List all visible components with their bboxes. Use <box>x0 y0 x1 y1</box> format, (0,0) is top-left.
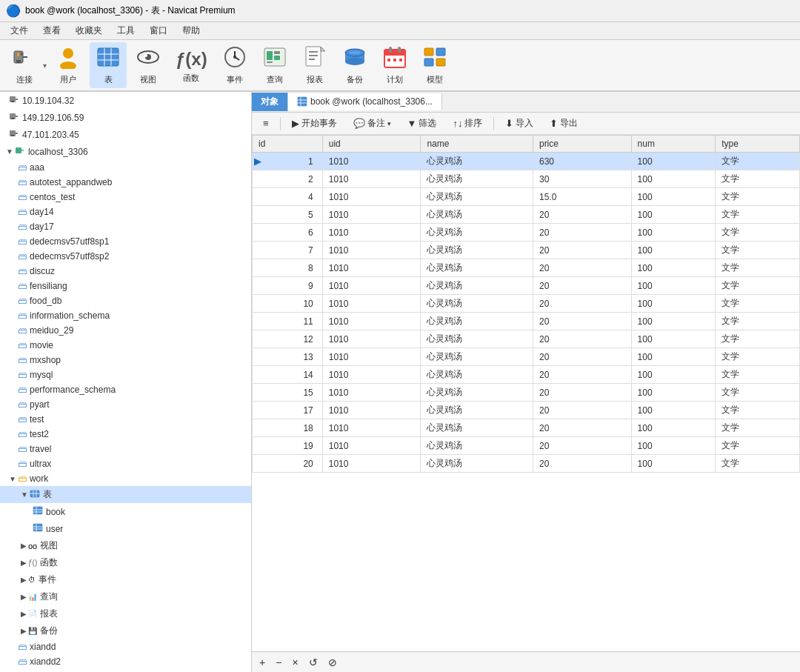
user-button[interactable]: 用户 <box>50 42 87 88</box>
sidebar-item-ultrax[interactable]: 🗃 ultrax <box>0 456 251 471</box>
sidebar-item-tables[interactable]: ▼ 表 <box>0 486 251 503</box>
sidebar-item-ip1[interactable]: 10.19.104.32 <box>0 92 251 109</box>
sidebar-item-centos[interactable]: 🗃 centos_test <box>0 190 251 204</box>
table-row[interactable]: 171010心灵鸡汤20100文学 <box>253 402 800 419</box>
svg-rect-61 <box>33 507 42 514</box>
table-row[interactable]: 81010心灵鸡汤20100文学 <box>253 259 800 277</box>
cell-name: 心灵鸡汤 <box>421 455 533 473</box>
sidebar-item-day17[interactable]: 🗃 day17 <box>0 219 251 234</box>
sidebar-item-user[interactable]: user <box>0 520 251 537</box>
sidebar-item-test2[interactable]: 🗃 test2 <box>0 427 251 442</box>
table-row[interactable]: 21010心灵鸡汤30100文学 <box>253 170 800 188</box>
table-row[interactable]: 191010心灵鸡汤20100文学 <box>253 437 800 455</box>
begin-transaction-button[interactable]: ▶ 开始事务 <box>285 115 344 132</box>
sidebar-item-ip2[interactable]: 149.129.106.59 <box>0 109 251 126</box>
db-icon-pyart: 🗃 <box>18 399 27 410</box>
sidebar-item-ip3[interactable]: 47.101.203.45 <box>0 126 251 143</box>
col-header-name[interactable]: name <box>421 136 533 153</box>
table-row[interactable]: 151010心灵鸡汤20100文学 <box>253 384 800 402</box>
sidebar-item-performance[interactable]: 🗃 performance_schema <box>0 382 251 397</box>
table-row[interactable]: 91010心灵鸡汤20100文学 <box>253 277 800 295</box>
add-row-button[interactable]: + <box>256 655 268 670</box>
cancel-button[interactable]: ⊘ <box>325 655 340 670</box>
table-row[interactable]: 181010心灵鸡汤20100文学 <box>253 419 800 437</box>
table-row[interactable]: 201010心灵鸡汤20100文学 <box>253 455 800 473</box>
sidebar-item-views[interactable]: ▶ oo 视图 <box>0 537 251 554</box>
view-button[interactable]: 视图 <box>130 42 167 88</box>
cell-name: 心灵鸡汤 <box>421 224 533 242</box>
sidebar-item-aaa[interactable]: 🗃 aaa <box>0 160 251 175</box>
sort-button[interactable]: ↑↓ 排序 <box>446 115 489 132</box>
sidebar-item-travel[interactable]: 🗃 travel <box>0 442 251 456</box>
table-row[interactable]: 51010心灵鸡汤20100文学 <box>253 206 800 224</box>
sidebar-item-reports[interactable]: ▶ 📄 报表 <box>0 605 251 622</box>
table-row[interactable]: 61010心灵鸡汤20100文学 <box>253 224 800 242</box>
col-header-id[interactable]: id <box>253 136 323 153</box>
remove-row-button[interactable]: − <box>273 655 284 670</box>
import-button[interactable]: ⬇ 导入 <box>499 115 540 132</box>
menu-help[interactable]: 帮助 <box>175 23 207 39</box>
table-row[interactable]: 71010心灵鸡汤20100文学 <box>253 242 800 259</box>
table-row[interactable]: ▶11010心灵鸡汤630100文学 <box>253 153 800 170</box>
export-button[interactable]: ⬆ 导出 <box>543 115 584 132</box>
table-row[interactable]: 41010心灵鸡汤15.0100文学 <box>253 188 800 206</box>
schedule-button[interactable]: 计划 <box>376 42 413 88</box>
sidebar-item-food[interactable]: 🗃 food_db <box>0 293 251 308</box>
query-button[interactable]: 查询 <box>256 42 293 88</box>
menu-favorites[interactable]: 收藏夹 <box>68 23 110 39</box>
menu-file[interactable]: 文件 <box>3 23 36 39</box>
sidebar-label-discuz: discuz <box>30 266 55 276</box>
sidebar-item-movie[interactable]: 🗃 movie <box>0 338 251 353</box>
sidebar-item-functions[interactable]: ▶ ƒ() 函数 <box>0 554 251 571</box>
table-button[interactable]: 表 <box>90 42 127 88</box>
copy-row-button[interactable]: × <box>289 655 301 670</box>
col-header-type[interactable]: type <box>716 136 800 153</box>
menu-tools[interactable]: 工具 <box>110 23 142 39</box>
sidebar-item-day14[interactable]: 🗃 day14 <box>0 204 251 219</box>
col-header-uid[interactable]: uid <box>322 136 421 153</box>
sidebar-item-meiduo[interactable]: 🗃 meiduo_29 <box>0 323 251 338</box>
sidebar-item-fensiliang[interactable]: 🗃 fensiliang <box>0 279 251 293</box>
table-row[interactable]: 131010心灵鸡汤20100文学 <box>253 348 800 366</box>
sidebar-item-backups[interactable]: ▶ 💾 备份 <box>0 622 251 639</box>
table-row[interactable]: 101010心灵鸡汤20100文学 <box>253 295 800 313</box>
menu-view[interactable]: 查看 <box>36 23 68 39</box>
connect-button[interactable]: 连接 <box>6 42 43 88</box>
backup-button[interactable]: 备份 <box>336 42 373 88</box>
tab-table[interactable]: book @work (localhost_3306... <box>288 93 442 110</box>
refresh-button[interactable]: ↺ <box>306 655 321 670</box>
sidebar-item-localhost[interactable]: ▼ localhost_3306 <box>0 143 251 160</box>
sidebar-item-mxshop[interactable]: 🗃 mxshop <box>0 353 251 367</box>
col-header-price[interactable]: price <box>533 136 631 153</box>
model-button[interactable]: 模型 <box>416 42 453 88</box>
sidebar-item-test[interactable]: 🗃 test <box>0 412 251 427</box>
menu-window[interactable]: 窗口 <box>142 23 175 39</box>
comment-button[interactable]: 💬 备注 ▾ <box>347 115 398 132</box>
tab-object[interactable]: 对象 <box>252 93 288 111</box>
sidebar-item-queries[interactable]: ▶ 📊 查询 <box>0 588 251 605</box>
table-row[interactable]: 121010心灵鸡汤20100文学 <box>253 330 800 348</box>
sidebar-item-book[interactable]: book <box>0 503 251 520</box>
db-icon-dedecms1: 🗃 <box>18 236 27 247</box>
sidebar-item-localhost2[interactable]: localhost <box>0 669 251 672</box>
sidebar-item-dedecms1[interactable]: 🗃 dedecmsv57utf8sp1 <box>0 234 251 249</box>
sidebar-item-xiandd[interactable]: 🗃 xiandd <box>0 639 251 654</box>
sidebar-item-dedecms2[interactable]: 🗃 dedecmsv57utf8sp2 <box>0 249 251 264</box>
event-button[interactable]: 事件 <box>216 42 253 88</box>
sidebar-item-mysql[interactable]: 🗃 mysql <box>0 367 251 382</box>
sidebar-item-pyart[interactable]: 🗃 pyart <box>0 397 251 412</box>
table-row[interactable]: 141010心灵鸡汤20100文学 <box>253 366 800 384</box>
sidebar-item-info[interactable]: 🗃 information_schema <box>0 308 251 323</box>
filter-button[interactable]: ▼ 筛选 <box>401 115 444 132</box>
report-button[interactable]: 报表 <box>296 42 333 88</box>
menu-button[interactable]: ≡ <box>256 116 276 131</box>
sidebar-item-work[interactable]: ▼ 🗃 work <box>0 471 251 486</box>
col-header-num[interactable]: num <box>631 136 716 153</box>
sidebar-item-xiandd2[interactable]: 🗃 xiandd2 <box>0 654 251 669</box>
sidebar-item-events[interactable]: ▶ ⏱ 事件 <box>0 571 251 588</box>
table-row[interactable]: 111010心灵鸡汤20100文学 <box>253 313 800 330</box>
sidebar-item-discuz[interactable]: 🗃 discuz <box>0 264 251 279</box>
sidebar-item-autotest[interactable]: 🗃 autotest_appandweb <box>0 175 251 190</box>
connect-arrow[interactable]: ▾ <box>43 61 47 70</box>
function-button[interactable]: ƒ(x) 函数 <box>170 44 213 87</box>
